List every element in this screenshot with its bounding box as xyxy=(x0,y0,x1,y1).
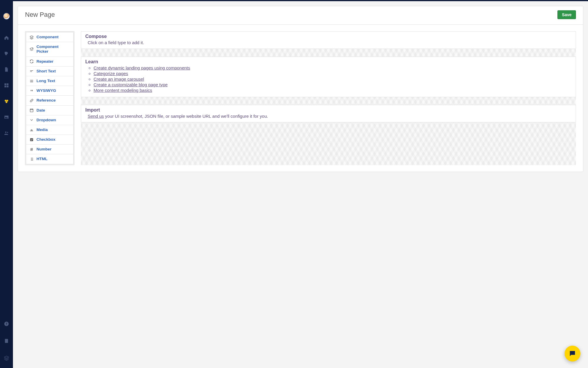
sidebar-bottom xyxy=(0,320,13,362)
learn-list: Create dynamic landing pages using compo… xyxy=(85,65,572,93)
nav-pages[interactable] xyxy=(0,65,13,74)
stack-icon xyxy=(4,355,9,361)
learn-link[interactable]: Create dynamic landing pages using compo… xyxy=(94,65,190,70)
layers-plus-icon xyxy=(29,47,34,52)
palette-item-label: Dropdown xyxy=(36,118,56,122)
palette-item-label: Date xyxy=(36,108,45,113)
svg-point-2 xyxy=(6,101,7,103)
import-link[interactable]: Send us xyxy=(88,114,104,119)
quote-icon xyxy=(29,88,34,93)
svg-point-1 xyxy=(6,100,8,102)
list-icon xyxy=(29,157,34,162)
chevron-down-icon xyxy=(29,118,34,122)
page-header: New Page Save xyxy=(18,6,583,25)
save-button[interactable]: Save xyxy=(557,10,576,19)
palette-item-label: Component Picker xyxy=(36,44,70,54)
palette-item-long-text[interactable]: Long Text xyxy=(26,76,73,86)
palette-item-number[interactable]: Number xyxy=(26,145,73,154)
compose-subtext: Click on a field type to add it. xyxy=(85,40,572,45)
nav-users[interactable] xyxy=(0,129,13,137)
svg-point-4 xyxy=(5,132,7,133)
palette-item-date[interactable]: Date xyxy=(26,106,73,115)
svg-rect-7 xyxy=(30,138,33,141)
palette-item-label: WYSIWYG xyxy=(36,88,56,93)
sidebar xyxy=(0,0,13,368)
palette-item-label: Short Text xyxy=(36,69,56,74)
palette-item-component-picker[interactable]: Component Picker xyxy=(26,42,73,57)
help-icon xyxy=(4,321,9,326)
learn-link[interactable]: More content modeling basics xyxy=(94,88,152,93)
nav-components[interactable] xyxy=(0,97,13,105)
learn-link[interactable]: Create a customizable blog page type xyxy=(94,82,168,87)
nav-blog[interactable] xyxy=(0,49,13,58)
calendar-icon xyxy=(29,108,34,113)
palette-item-label: Long Text xyxy=(36,79,55,83)
palette-item-label: Component xyxy=(36,35,59,39)
grid-icon xyxy=(4,83,9,88)
palette-item-wysiwyg[interactable]: WYSIWYG xyxy=(26,86,73,96)
import-heading: Import xyxy=(85,107,572,113)
svg-point-5 xyxy=(7,132,8,133)
palette-item-label: Media xyxy=(36,127,48,132)
sidebar-nav xyxy=(0,34,13,137)
page-card: New Page Save Component Component Picker… xyxy=(18,6,583,172)
palette-item-label: Repeater xyxy=(36,59,54,64)
nav-media[interactable] xyxy=(0,113,13,121)
repeat-icon xyxy=(29,59,34,64)
link-icon xyxy=(29,98,34,103)
book-icon xyxy=(4,338,9,344)
chat-icon xyxy=(569,350,576,357)
avatar[interactable] xyxy=(3,13,10,19)
palette-item-checkbox[interactable]: Checkbox xyxy=(26,135,73,145)
chart-icon xyxy=(29,127,34,132)
palette-item-html[interactable]: HTML xyxy=(26,154,73,164)
home-icon xyxy=(4,35,9,40)
main-area: New Page Save Component Component Picker… xyxy=(13,1,588,368)
blog-icon xyxy=(4,51,9,56)
nav-help[interactable] xyxy=(0,320,13,328)
hash-icon xyxy=(29,147,34,152)
nav-home[interactable] xyxy=(0,34,13,42)
palette-item-reference[interactable]: Reference xyxy=(26,96,73,105)
palette-item-label: Number xyxy=(36,147,51,152)
svg-point-0 xyxy=(5,100,6,102)
page-title: New Page xyxy=(25,11,55,19)
users-icon xyxy=(4,130,9,136)
short-text-icon xyxy=(29,69,34,74)
checkbox-icon xyxy=(29,137,34,142)
content-column: Compose Click on a field type to add it.… xyxy=(81,31,576,165)
layers-icon xyxy=(29,35,34,39)
palette-item-label: Reference xyxy=(36,98,56,103)
long-text-icon xyxy=(29,79,34,83)
palette-item-component[interactable]: Component xyxy=(26,32,73,42)
import-panel: Import Send us your UI screenshot, JSON … xyxy=(81,105,576,122)
learn-link[interactable]: Categorize pages xyxy=(94,71,128,76)
nav-stack[interactable] xyxy=(0,354,13,362)
learn-heading: Learn xyxy=(85,59,572,64)
nav-grid[interactable] xyxy=(0,81,13,89)
import-rest: your UI screenshot, JSON file, or sample… xyxy=(104,114,268,119)
topbar xyxy=(13,0,588,1)
learn-link[interactable]: Create an image carousel xyxy=(94,77,144,82)
components-icon xyxy=(4,99,9,104)
learn-panel: Learn Create dynamic landing pages using… xyxy=(81,57,576,97)
nav-docs[interactable] xyxy=(0,337,13,345)
chat-launcher[interactable] xyxy=(564,346,580,362)
palette-item-media[interactable]: Media xyxy=(26,125,73,135)
svg-rect-6 xyxy=(30,109,33,112)
palette-item-short-text[interactable]: Short Text xyxy=(26,67,73,76)
palette-item-label: Checkbox xyxy=(36,137,56,142)
compose-heading: Compose xyxy=(85,34,572,39)
palette-item-dropdown[interactable]: Dropdown xyxy=(26,115,73,125)
compose-panel: Compose Click on a field type to add it. xyxy=(81,31,576,49)
palette-item-label: HTML xyxy=(36,157,48,161)
page-icon xyxy=(4,67,9,72)
palette-item-repeater[interactable]: Repeater xyxy=(26,57,73,67)
media-icon xyxy=(4,115,9,120)
page-body: Component Component Picker Repeater Shor… xyxy=(18,25,583,172)
field-palette: Component Component Picker Repeater Shor… xyxy=(25,31,74,165)
import-text: Send us your UI screenshot, JSON file, o… xyxy=(85,114,572,119)
